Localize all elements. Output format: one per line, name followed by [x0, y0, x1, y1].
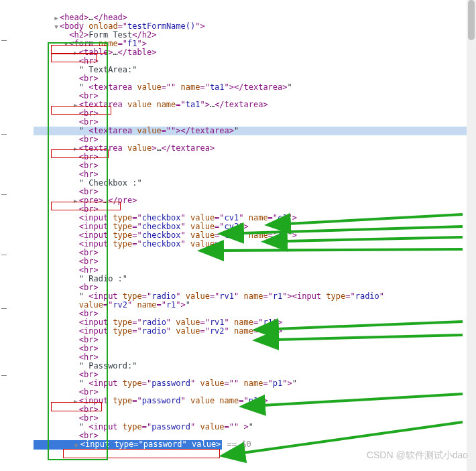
svg-line-1 [288, 214, 463, 224]
svg-line-3 [285, 237, 463, 241]
annotation-arrows [0, 0, 476, 471]
svg-line-2 [241, 226, 463, 233]
svg-line-8 [243, 422, 463, 453]
svg-line-5 [276, 322, 463, 329]
svg-line-7 [263, 394, 463, 405]
svg-line-4 [221, 249, 463, 251]
svg-line-6 [276, 335, 463, 340]
